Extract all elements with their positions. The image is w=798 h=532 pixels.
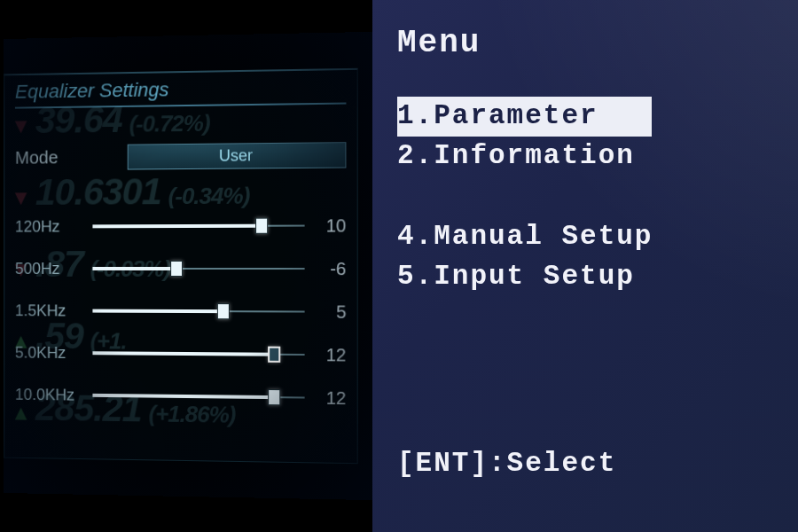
eq-band-row[interactable]: 500Hz-6	[15, 247, 347, 291]
equalizer-title: Equalizer Settings	[15, 75, 347, 108]
eq-band-label: 500Hz	[15, 260, 93, 278]
eq-slider[interactable]	[92, 387, 304, 407]
enter-hint: [ENT]:Select	[397, 448, 616, 479]
receiver-menu-screen: Menu 1.Parameter2.Information4.Manual Se…	[372, 0, 798, 532]
eq-slider[interactable]	[92, 344, 304, 364]
menu-item-input-setup[interactable]: 5.Input Setup	[397, 257, 780, 297]
slider-fill	[92, 309, 223, 314]
eq-slider[interactable]	[92, 216, 304, 235]
eq-band-value: 10	[305, 215, 347, 236]
eq-band-value: 12	[305, 387, 347, 409]
slider-fill	[92, 224, 262, 229]
slider-thumb[interactable]	[255, 218, 268, 234]
slider-fill	[92, 267, 176, 270]
mode-value-selector[interactable]: User	[128, 142, 347, 169]
eq-bands: 120Hz10500Hz-61.5KHz55.0KHz1210.0KHz12	[15, 204, 347, 419]
eq-band-label: 10.0KHz	[15, 386, 93, 405]
eq-band-row[interactable]: 10.0KHz12	[15, 373, 347, 419]
menu-gap	[397, 176, 780, 217]
eq-band-row[interactable]: 120Hz10	[15, 204, 347, 247]
eq-band-value: 5	[305, 301, 347, 322]
eq-band-label: 1.5KHz	[15, 301, 93, 320]
eq-band-row[interactable]: 5.0KHz12	[15, 332, 347, 377]
eq-band-row[interactable]: 1.5KHz5	[15, 290, 347, 333]
slider-thumb[interactable]	[269, 389, 281, 405]
slider-fill	[92, 394, 274, 399]
eq-band-value: 12	[305, 344, 347, 365]
eq-slider[interactable]	[92, 302, 304, 321]
eq-slider[interactable]	[92, 260, 304, 278]
menu-item-parameter[interactable]: 1.Parameter	[397, 97, 652, 137]
menu-item-manual-setup[interactable]: 4.Manual Setup	[397, 217, 780, 257]
slider-thumb[interactable]	[170, 261, 183, 277]
mode-row[interactable]: Mode User	[15, 142, 347, 170]
slider-fill	[92, 351, 274, 356]
equalizer-panel: Equalizer Settings Mode User 120Hz10500H…	[4, 68, 357, 464]
eq-band-label: 5.0KHz	[15, 343, 93, 362]
tv-viewport: ▼39.64(-0.72%)▼10.6301(-0.34%)▼.87(-0.03…	[4, 32, 372, 500]
slider-thumb[interactable]	[269, 347, 281, 363]
equalizer-screen: ▼39.64(-0.72%)▼10.6301(-0.34%)▼.87(-0.03…	[0, 0, 372, 532]
menu-heading: Menu	[397, 25, 780, 61]
eq-band-value: -6	[305, 258, 347, 278]
mode-label: Mode	[15, 147, 128, 168]
menu-list: 1.Parameter2.Information4.Manual Setup5.…	[397, 97, 780, 297]
slider-thumb[interactable]	[217, 303, 230, 319]
menu-item-information[interactable]: 2.Information	[397, 137, 780, 176]
eq-band-label: 120Hz	[15, 217, 93, 236]
